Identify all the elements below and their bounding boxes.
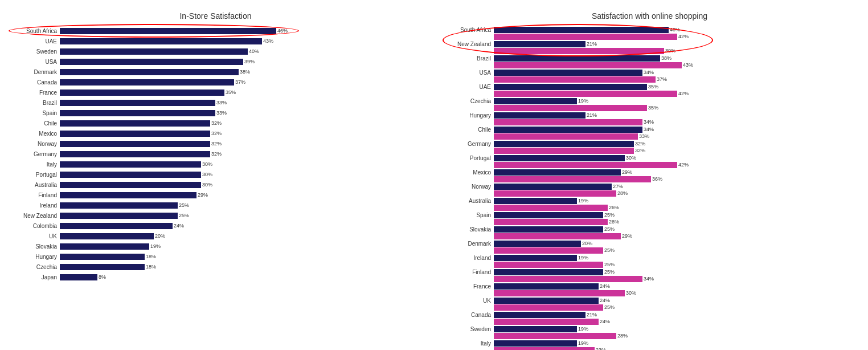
bar-value-label: 25% [604, 304, 615, 310]
bar-area-pink: 32% [494, 148, 857, 154]
country-label: New Zealand [9, 213, 60, 219]
bar-dark [494, 141, 634, 147]
bar-value-label: 40% [670, 27, 680, 32]
bar-value-label: 19% [578, 198, 588, 204]
bar-value-label: 23% [596, 347, 606, 350]
country-label: Australia [9, 182, 60, 188]
bar-area: 35% [60, 89, 423, 96]
bar [60, 38, 262, 44]
country-label: UK [443, 298, 494, 304]
bar-value-label: 30% [202, 182, 212, 188]
bar-area: 30% [494, 155, 857, 161]
bar-row-bottom: 23% [443, 347, 857, 350]
bar-row-top: France24% [443, 283, 857, 290]
bar [60, 69, 239, 75]
bar-row-top: Hungary21% [443, 112, 857, 119]
bar-value-label: 30% [626, 155, 636, 161]
bar-area-pink: 34% [494, 276, 857, 282]
bar-value-label: 43% [683, 62, 693, 68]
bar-area: 25% [60, 202, 423, 209]
double-bar-group: New Zealand21%39% [443, 40, 857, 54]
bar-pink [494, 290, 625, 296]
country-label: Sweden [9, 48, 60, 55]
bar-value-label: 35% [648, 105, 658, 111]
bar-area-pink: 33% [494, 133, 857, 140]
bar-area: 38% [494, 55, 857, 62]
country-label: Sweden [443, 326, 494, 332]
country-label: UAE [443, 84, 494, 90]
bar-area: 33% [60, 110, 423, 116]
bar-dark [494, 41, 586, 47]
bar-row: Norway32% [9, 139, 423, 148]
bar-row-bottom: 24% [443, 318, 857, 325]
bar-area-pink: 23% [494, 347, 857, 351]
bar-area: 32% [60, 141, 423, 147]
bar-value-label: 19% [150, 243, 161, 249]
bar-value-label: 20% [582, 241, 592, 246]
bar-value-label: 37% [657, 76, 667, 82]
bar-area: 30% [60, 182, 423, 188]
country-label: Ireland [9, 202, 60, 209]
bar-area: 25% [494, 269, 857, 275]
bar-value-label: 30% [202, 172, 212, 177]
country-label: Canada [443, 312, 494, 318]
double-bar-group: France24%30% [443, 283, 857, 296]
bar-value-label: 42% [678, 34, 689, 39]
country-label: Slovakia [443, 226, 494, 233]
bar-row-top: Canada21% [443, 311, 857, 318]
country-label: USA [9, 59, 60, 65]
bar-area: 19% [60, 243, 423, 250]
country-label: France [9, 89, 60, 96]
bar-row: Italy30% [9, 160, 423, 169]
bar-value-label: 19% [578, 340, 588, 346]
bar-area: 19% [494, 198, 857, 204]
bar [60, 213, 178, 219]
bar-row: USA39% [9, 57, 423, 66]
bar [60, 131, 210, 137]
bar-value-label: 20% [155, 233, 165, 239]
bar-area-pink: 25% [494, 247, 857, 254]
bar-area-pink: 43% [494, 62, 857, 68]
bar-value-label: 36% [652, 176, 662, 182]
bar-dark [494, 27, 669, 33]
bar-area-pink: 28% [494, 333, 857, 339]
bar-value-label: 34% [644, 70, 654, 75]
bar-area-pink: 42% [494, 162, 857, 168]
bar-value-label: 32% [635, 148, 645, 153]
country-label: South Africa [443, 27, 494, 33]
bar-pink [494, 276, 642, 282]
bar [60, 161, 201, 168]
bar-row: Denmark38% [9, 67, 423, 76]
bar-area-pink: 36% [494, 176, 857, 182]
bar-area: 30% [60, 161, 423, 168]
bar-pink [494, 91, 677, 97]
bar-row-bottom: 29% [443, 233, 857, 239]
bar-area-pink: 42% [494, 91, 857, 97]
bar-pink [494, 319, 599, 325]
bar-row-bottom: 28% [443, 190, 857, 197]
country-label: Czechia [443, 98, 494, 104]
bar-area: 18% [60, 254, 423, 260]
bar [60, 243, 149, 250]
bar-area: 25% [60, 213, 423, 219]
bar-value-label: 24% [600, 283, 610, 289]
bar-pink [494, 190, 616, 197]
bar [60, 202, 178, 209]
bar-value-label: 33% [639, 133, 649, 139]
bar-dark [494, 184, 612, 190]
country-label: Norway [9, 141, 60, 147]
bar-pink [494, 262, 603, 268]
chart2: Satisfaction with online shopping South … [440, 6, 862, 350]
bar-pink [494, 247, 603, 254]
bar-area: 18% [60, 264, 423, 270]
country-label: Denmark [443, 241, 494, 247]
bar [60, 151, 210, 157]
bar-area-pink: 26% [494, 219, 857, 225]
bar-pink [494, 333, 616, 339]
country-label: Ireland [443, 255, 494, 261]
country-label: Mexico [9, 131, 60, 137]
bar [60, 89, 224, 96]
bar-value-label: 25% [604, 262, 615, 267]
bar-value-label: 33% [216, 110, 227, 116]
country-label: Brazil [443, 55, 494, 62]
